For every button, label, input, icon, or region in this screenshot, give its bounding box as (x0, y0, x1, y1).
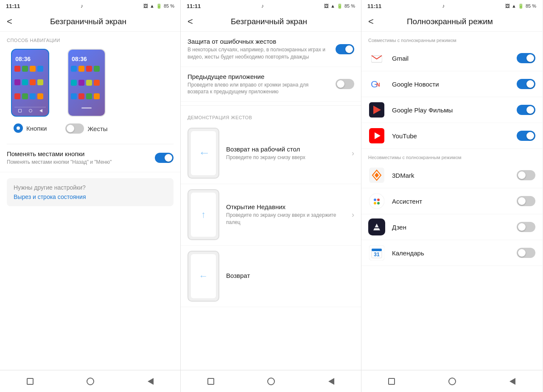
time-3: 11:11 (367, 3, 381, 9)
app-row-gplay[interactable]: Google Play Фильмы (361, 97, 542, 123)
youtube-toggle[interactable] (517, 131, 535, 141)
header-2: < Безграничный экран (181, 12, 361, 32)
app-icon-g12 (94, 93, 100, 99)
page-title-1: Безграничный экран (16, 17, 161, 26)
app-icon-s3 (30, 66, 36, 72)
swap-buttons-toggle[interactable] (155, 153, 174, 163)
bottom-nav-3 (361, 370, 542, 392)
battery-icon: 🔋 (156, 3, 162, 9)
nav-back-icon (39, 109, 42, 112)
bottom-nav-1 (0, 370, 180, 392)
music-icon: ♪ (81, 3, 83, 9)
header-3: < Полноэкранный режим (361, 12, 542, 32)
youtube-label: YouTube (392, 132, 517, 140)
app-row-assistant[interactable]: Ассистент (361, 188, 542, 214)
nav-home-btn-1[interactable] (87, 378, 94, 385)
gplay-toggle[interactable] (517, 105, 535, 115)
svg-rect-18 (372, 249, 382, 251)
gesture-text-1: Возврат на рабочий стол Проведите по экр… (226, 146, 352, 161)
nav-home-btn-3[interactable] (448, 378, 456, 385)
nav-recent-icon-1[interactable] (27, 378, 34, 385)
app-icon-g7 (86, 80, 92, 86)
gmail-icon (368, 50, 385, 67)
radio-gestures-toggle (65, 123, 84, 134)
app-row-zen[interactable]: Дзен (361, 214, 542, 240)
app-icon-g11 (86, 93, 92, 99)
nav-back-btn-2[interactable] (328, 378, 334, 385)
app-icon-s11 (30, 93, 36, 99)
nav-recent-icon-2[interactable] (207, 378, 214, 385)
app-row-calendar[interactable]: 31 Календарь (361, 240, 542, 266)
gesture-up-arrow-1: ↑ (197, 150, 210, 156)
error-gestures-text: Защита от ошибочных жестов В некоторых с… (188, 38, 330, 61)
gesture-phone-1: ↑ (188, 128, 219, 179)
back-button-1[interactable]: < (3, 15, 16, 28)
svg-rect-10 (369, 193, 384, 209)
app-icon-s6 (22, 79, 28, 85)
zen-toggle[interactable] (517, 222, 535, 232)
wifi-icon: ▲ (150, 3, 154, 8)
prev-app-toggle[interactable] (336, 79, 354, 89)
nav-recent-icon-3[interactable] (388, 378, 395, 385)
app-row-3dmark[interactable]: 3DMark (361, 162, 542, 188)
back-button-2[interactable]: < (184, 15, 196, 28)
back-button-3[interactable]: < (365, 15, 377, 28)
photo-icon: 🖼 (143, 3, 148, 8)
gnews-toggle[interactable] (517, 79, 535, 89)
app-icon-g9 (71, 93, 77, 99)
svg-point-13 (374, 202, 376, 204)
content-1: СПОСОБ НАВИГАЦИИ 08:36 (0, 32, 180, 370)
phone-preview-gestures[interactable]: 08:36 (67, 49, 106, 117)
phone-preview-buttons[interactable]: 08:36 (11, 49, 49, 117)
gesture-demo-2[interactable]: ↑ Открытие Недавних Проведите по экрану … (181, 184, 361, 246)
suggestion-link[interactable]: Вырез и строка состояния (14, 193, 167, 200)
suggestion-box: Нужны другие настройки? Вырез и строка с… (7, 178, 174, 206)
app-icon-s9 (14, 93, 20, 99)
threedmark-toggle[interactable] (517, 170, 535, 180)
gmail-toggle[interactable] (517, 53, 535, 63)
app-icon-g10 (78, 93, 84, 99)
gesture-demo-3[interactable]: ← Возврат (181, 246, 361, 307)
error-gestures-desc: В некоторых случаях, например, в полноэк… (188, 46, 330, 61)
photo-icon-3: 🖼 (505, 3, 510, 8)
svg-point-11 (374, 199, 376, 201)
gplay-icon (368, 101, 385, 118)
gesture-demo-1[interactable]: ↑ Возврат на рабочий стол Проведите по э… (181, 123, 361, 184)
nav-home-icon (29, 109, 32, 112)
header-1: < Безграничный экран (0, 12, 180, 32)
assistant-toggle[interactable] (517, 196, 535, 206)
calendar-toggle[interactable] (517, 248, 535, 258)
assistant-label: Ассистент (392, 198, 517, 205)
gnews-icon: GN (368, 76, 385, 92)
gesture-handle (81, 107, 92, 109)
status-bar-2: 11:11 ♪ 🖼 ▲ 🔋 85 % (181, 0, 361, 12)
svg-point-14 (377, 202, 380, 204)
phone-time-buttons: 08:36 (14, 56, 46, 62)
app-row-gmail[interactable]: Gmail (361, 45, 542, 71)
prev-app-text: Предыдущее приложение Проведите влево ил… (188, 73, 330, 96)
swap-buttons-row[interactable]: Поменять местами кнопки Поменять местами… (0, 144, 180, 172)
threedmark-icon (368, 167, 385, 184)
prev-app-row[interactable]: Предыдущее приложение Проведите влево ил… (181, 67, 361, 102)
swap-buttons-title: Поменять местами кнопки (7, 150, 150, 157)
app-row-gnews[interactable]: GN Google Новости (361, 71, 542, 97)
nav-back-btn-3[interactable] (509, 378, 515, 385)
nav-home-btn-2[interactable] (267, 378, 275, 385)
error-gestures-row[interactable]: Защита от ошибочных жестов В некоторых с… (181, 32, 361, 67)
content-3: Совместимы с полноэкранным режимом Gmail… (361, 32, 542, 370)
radio-buttons[interactable]: Кнопки (7, 120, 53, 136)
radio-gestures[interactable]: Жесты (59, 120, 114, 137)
gesture-label-2: Открытие Недавних (226, 203, 352, 210)
error-gestures-toggle[interactable] (336, 44, 354, 54)
gesture-desc-1: Проведите по экрану снизу вверх (226, 154, 352, 161)
nav-back-btn-1[interactable] (148, 378, 154, 385)
gesture-text-2: Открытие Недавних Проведите по экрану сн… (226, 203, 352, 226)
app-row-youtube[interactable]: YouTube (361, 123, 542, 149)
gesture-up-arrow-2: ↑ (201, 209, 206, 220)
wifi-icon-2: ▲ (330, 3, 335, 8)
panel-3: 11:11 ♪ 🖼 ▲ 🔋 85 % < Полноэкранный режим… (361, 0, 542, 392)
app-icon-g5 (71, 80, 77, 86)
nav-options-container: 08:36 (0, 45, 180, 144)
page-title-2: Безграничный экран (196, 17, 341, 26)
app-icon-s5 (14, 79, 20, 85)
